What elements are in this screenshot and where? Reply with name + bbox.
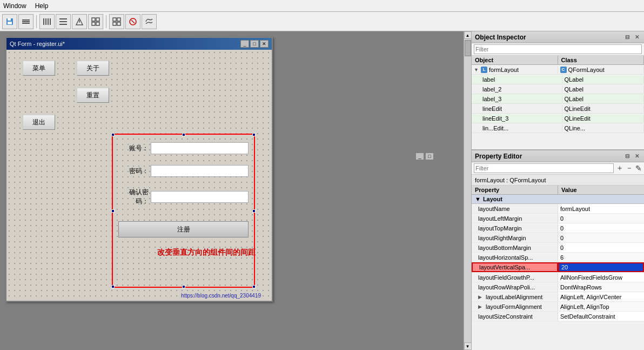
- toolbar-btn-3[interactable]: [39, 14, 55, 29]
- table-row[interactable]: label QLabel: [472, 75, 644, 84]
- table-row[interactable]: lin...Edit... QLine...: [472, 123, 644, 133]
- prop-row[interactable]: layoutRowWrapPoli... DontWrapRows: [472, 282, 644, 292]
- inspector-class-cell: C QFormLayout: [558, 66, 645, 74]
- designer-scrollbar[interactable]: ▲ ▼: [464, 31, 471, 350]
- prop-filter-input[interactable]: [474, 163, 614, 173]
- prop-name-cell: layoutRightMargin: [472, 233, 558, 242]
- inspector-class-cell: QLabel: [562, 76, 645, 83]
- toolbar-btn-9[interactable]: [142, 14, 157, 29]
- inspector-filter-input[interactable]: [474, 44, 642, 54]
- account-row: 账号：: [118, 142, 249, 154]
- prop-row[interactable]: layoutSizeConstraint SetDefaultConstrain…: [472, 312, 644, 321]
- prop-value-cell[interactable]: AlignLeft, AlignVCenter: [558, 292, 644, 301]
- prop-value-cell[interactable]: 0: [558, 233, 644, 242]
- prop-row[interactable]: layoutFieldGrowthP... AllNonFixedFieldsG…: [472, 273, 644, 282]
- menu-window[interactable]: Window: [3, 2, 26, 10]
- prop-context: formLayout : QFormLayout: [472, 175, 644, 186]
- inspector-float-btn[interactable]: ⊟: [623, 34, 631, 41]
- svg-rect-7: [45, 18, 46, 25]
- inspector-object-cell: lin...Edit...: [472, 124, 562, 132]
- toolbar-btn-save[interactable]: [2, 14, 17, 29]
- password-label: 密码：: [118, 167, 151, 176]
- prop-row[interactable]: layoutHorizontalSp... 6: [472, 253, 644, 262]
- prop-value-cell[interactable]: AllNonFixedFieldsGrow: [558, 273, 644, 282]
- toolbar-sep-2: [106, 15, 106, 28]
- password-input[interactable]: [151, 165, 249, 177]
- confirm-input[interactable]: [151, 191, 249, 203]
- prop-row[interactable]: layoutRightMargin 0: [472, 233, 644, 243]
- prop-row[interactable]: ▶ layoutFormAlignment AlignLeft, AlignTo…: [472, 302, 644, 312]
- prop-value-cell[interactable]: 0: [558, 223, 644, 233]
- subwin-minimize[interactable]: _: [415, 153, 424, 160]
- prop-close-btn[interactable]: ✕: [633, 153, 641, 160]
- menu-help[interactable]: Help: [35, 2, 49, 10]
- table-row[interactable]: label_3 QLabel: [472, 94, 644, 104]
- menu-button[interactable]: 菜单: [23, 61, 55, 76]
- prop-value-highlighted[interactable]: 20: [558, 262, 644, 272]
- class-icon-2: C: [560, 67, 567, 73]
- inspector-close-btn[interactable]: ✕: [633, 34, 641, 41]
- subwin-restore[interactable]: □: [425, 153, 434, 160]
- prop-name-cell: layoutSizeConstraint: [472, 312, 558, 321]
- prop-value-cell[interactable]: 0: [558, 243, 644, 252]
- prop-row-highlighted[interactable]: layoutVerticalSpa... 20: [472, 262, 644, 273]
- prop-row[interactable]: layoutTopMargin 0: [472, 223, 644, 233]
- toolbar-btn-5[interactable]: [72, 14, 87, 29]
- inspector-object-cell: lineEdit_3: [472, 115, 562, 122]
- prop-value-cell[interactable]: formLayout: [558, 204, 644, 213]
- register-form-fields: 账号： 密码： 确认密码：: [113, 135, 254, 245]
- about-button[interactable]: 关于: [77, 61, 109, 76]
- prop-name-cell: layoutBottomMargin: [472, 243, 558, 252]
- account-input[interactable]: [151, 142, 249, 154]
- prop-value-cell[interactable]: 0: [558, 214, 644, 223]
- prop-minus-icon[interactable]: －: [626, 163, 633, 173]
- prop-col-property: Property: [472, 186, 558, 194]
- prop-table: Property Value ▼ Layout layoutName formL…: [472, 186, 644, 350]
- object-inspector-header: Object Inspector ⊟ ✕: [472, 31, 644, 43]
- table-row[interactable]: ▼ L formLayout C QFormLayout: [472, 65, 644, 75]
- inspector-object-cell: label_2: [472, 85, 562, 93]
- prop-value-cell[interactable]: 6: [558, 253, 644, 262]
- form-close-btn[interactable]: ✕: [260, 40, 269, 48]
- toolbar-btn-8[interactable]: [125, 14, 140, 29]
- inspector-col-object: Object: [472, 56, 558, 64]
- svg-rect-20: [117, 18, 120, 21]
- svg-rect-5: [22, 23, 30, 24]
- prop-row[interactable]: layoutLeftMargin 0: [472, 214, 644, 223]
- inspector-object-cell: label_3: [472, 95, 562, 103]
- toolbar-btn-4[interactable]: [56, 14, 71, 29]
- prop-value-cell[interactable]: AlignLeft, AlignTop: [558, 302, 644, 311]
- scroll-up-btn[interactable]: ▲: [464, 31, 472, 39]
- form-minimize-btn[interactable]: _: [240, 40, 249, 48]
- svg-line-24: [131, 20, 135, 23]
- table-row[interactable]: lineEdit QLineEdit: [472, 104, 644, 114]
- reset-button[interactable]: 重置: [77, 88, 109, 103]
- form-maximize-btn[interactable]: □: [250, 40, 259, 48]
- table-row[interactable]: lineEdit_3 QLineEdit: [472, 114, 644, 123]
- inspector-class-cell: QLineEdit: [562, 115, 645, 122]
- prop-value-cell[interactable]: SetDefaultConstraint: [558, 312, 644, 321]
- prop-pencil-icon[interactable]: ✎: [635, 164, 642, 173]
- table-row[interactable]: label_2 QLabel: [472, 84, 644, 94]
- prop-value-cell[interactable]: DontWrapRows: [558, 282, 644, 292]
- toolbar-btn-2[interactable]: [18, 14, 33, 29]
- scroll-thumb[interactable]: [465, 40, 471, 56]
- expand-icon: ▼: [474, 67, 479, 72]
- prop-name-cell: layoutHorizontalSp...: [472, 253, 558, 262]
- toolbar-btn-7[interactable]: [109, 14, 124, 29]
- prop-row[interactable]: ▶ layoutLabelAlignment AlignLeft, AlignV…: [472, 292, 644, 302]
- toolbar-btn-6[interactable]: [88, 14, 103, 29]
- prop-row[interactable]: layoutBottomMargin 0: [472, 243, 644, 253]
- form-title-bar: Qt Form - register.ui* _ □ ✕: [6, 38, 272, 50]
- exit-button[interactable]: 退出: [23, 115, 55, 130]
- prop-float-btn[interactable]: ⊟: [623, 153, 631, 160]
- register-button[interactable]: 注册: [118, 221, 249, 237]
- expand-icon: ▶: [478, 304, 485, 309]
- scroll-down-btn[interactable]: ▼: [464, 342, 472, 350]
- inspector-filter-row: [472, 43, 644, 56]
- svg-rect-4: [22, 21, 30, 22]
- prop-name-cell: layoutLeftMargin: [472, 214, 558, 223]
- designer-area[interactable]: Qt Form - register.ui* _ □ ✕ 菜单 关于 重: [0, 31, 464, 350]
- prop-row[interactable]: layoutName formLayout: [472, 204, 644, 214]
- prop-add-icon[interactable]: ＋: [616, 163, 623, 173]
